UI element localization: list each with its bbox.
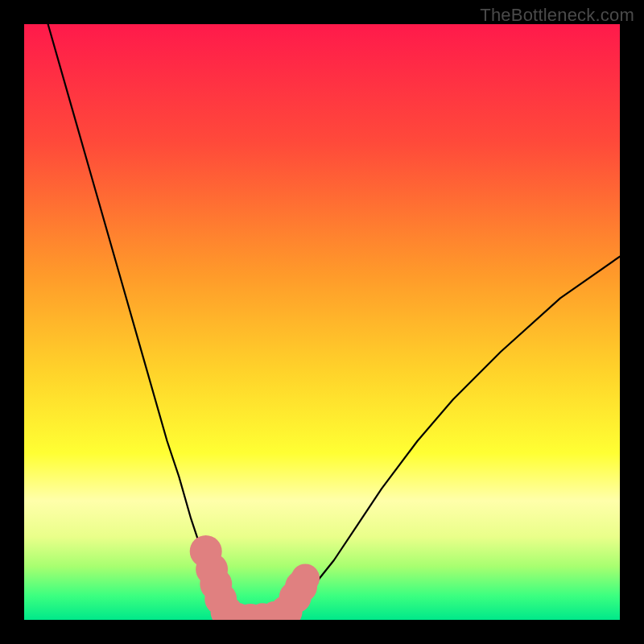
chart-frame: TheBottleneck.com (0, 0, 644, 644)
curve-markers (190, 535, 320, 620)
watermark-label: TheBottleneck.com (480, 5, 634, 26)
bottleneck-curve (48, 24, 620, 619)
plot-area (24, 24, 620, 620)
curve-layer (24, 24, 620, 620)
right-marker-4 (291, 564, 320, 592)
